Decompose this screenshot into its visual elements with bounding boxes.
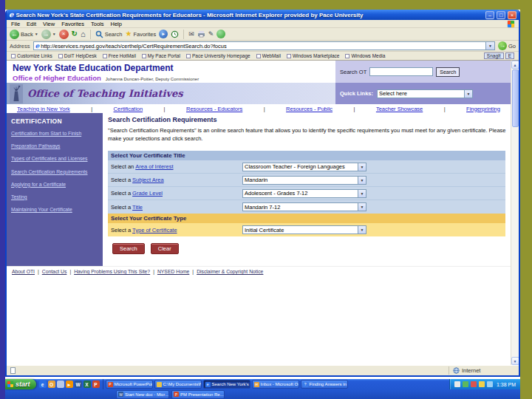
grade-level-select[interactable]: Adolescent - Grades 7-12▼	[242, 189, 366, 198]
nav-certification[interactable]: Certification	[114, 106, 143, 112]
snagit-menu-button[interactable]: E	[505, 52, 514, 59]
area-of-interest-select[interactable]: Classroom Teacher - Foreign Languages▼	[242, 163, 366, 171]
title-bar: e Search New York's State Certification …	[7, 10, 519, 20]
mail-button[interactable]: ✉	[188, 31, 194, 38]
minimize-button[interactable]: –	[485, 11, 494, 19]
address-dropdown-button[interactable]: ▼	[485, 42, 494, 50]
quicklaunch-excel-icon[interactable]: X	[83, 381, 91, 388]
link-windows-marketplace[interactable]: Windows Marketplace	[287, 53, 340, 58]
page-subtitle-row: Office of Higher Education Johanna Dunca…	[13, 74, 335, 82]
media-button[interactable]: ►	[159, 30, 168, 38]
form-label: Select aGrade Level	[111, 190, 242, 197]
link-customize-links[interactable]: Customize Links	[11, 53, 52, 58]
quicklaunch-word-icon[interactable]: W	[75, 381, 82, 388]
menu-help[interactable]: Help	[111, 21, 122, 27]
task-search-new-york[interactable]: eSearch New York's St...	[203, 380, 250, 389]
site-header-titles: New York State Education Department Offi…	[7, 61, 335, 83]
link-windows-media[interactable]: Windows Media	[345, 53, 385, 58]
address-input[interactable]: e ▼	[33, 41, 495, 50]
link-webmail[interactable]: WebMail	[256, 53, 281, 58]
menu-view[interactable]: View	[43, 21, 55, 27]
task-inbox-outlook[interactable]: ✉Inbox - Microsoft Out...	[252, 380, 299, 389]
quicklaunch-internet-explorer-icon[interactable]: e	[39, 381, 47, 388]
sidebar-item-preparation-pathways[interactable]: Preparation Pathways	[11, 143, 99, 149]
volume-icon[interactable]	[454, 381, 460, 387]
updates-icon[interactable]	[487, 381, 493, 387]
task-my-documents[interactable]: C:\My Documents\Na...	[154, 380, 202, 389]
scroll-up-button[interactable]: ▲	[511, 61, 519, 69]
nav-resources-public[interactable]: Resources - Public	[286, 106, 332, 112]
home-button[interactable]: ⌂	[81, 30, 86, 38]
certificate-title-panel: Select Your Certificate Title Select anA…	[108, 151, 505, 214]
maximize-button[interactable]: □	[497, 11, 505, 19]
messenger-button[interactable]	[216, 30, 225, 38]
edit-button[interactable]: ✎	[208, 31, 214, 38]
subject-area-select[interactable]: Mandarin▼	[242, 176, 366, 185]
start-button[interactable]: start	[5, 379, 36, 389]
site-search-input[interactable]	[369, 67, 433, 76]
nav-teaching-in-new-york[interactable]: Teaching in New York	[17, 106, 70, 112]
antivirus-icon[interactable]	[463, 381, 468, 387]
refresh-button[interactable]: ↻	[72, 30, 78, 38]
vertical-scrollbar[interactable]: ▲ ▼	[511, 61, 519, 365]
link-my-pace-portal[interactable]: My Pace Portal	[142, 53, 180, 58]
site-search-area: Search OT Search	[335, 61, 511, 83]
nav-fingerprinting[interactable]: Fingerprinting	[466, 106, 500, 112]
quick-links-select[interactable]: Select here ▼	[377, 89, 473, 98]
scroll-thumb[interactable]	[512, 69, 519, 127]
link-helpdesk[interactable]: DoIT HelpDesk	[58, 53, 97, 58]
menu-file[interactable]: File	[11, 21, 20, 27]
network-icon[interactable]	[479, 381, 485, 387]
quicklaunch-show-desktop-icon[interactable]	[57, 381, 64, 388]
form-search-button[interactable]: Search	[112, 243, 145, 254]
subject-area-link[interactable]: Subject Area	[132, 177, 164, 183]
quicklaunch-media-player-icon[interactable]: ►	[66, 381, 73, 388]
task-presentation[interactable]: PPM Presentation Re...	[171, 390, 225, 399]
task-finding-answers[interactable]: ?Finding Answers in th...	[301, 380, 348, 389]
link-pace-homepage[interactable]: Pace University Homepage	[186, 53, 250, 58]
sidebar-item-search-requirements[interactable]: Search Certification Requirements	[11, 168, 99, 175]
menu-favorites[interactable]: Favorites	[61, 21, 84, 27]
snagit-button[interactable]: SnagIt	[484, 52, 504, 59]
area-of-interest-link[interactable]: Area of Interest	[135, 163, 173, 170]
print-button[interactable]	[197, 30, 205, 38]
back-button[interactable]: ← Back ▼	[10, 30, 38, 39]
sidebar-item-types-of-certificates[interactable]: Types of Certificates and Licenses	[11, 155, 99, 162]
footer-having-problems[interactable]: Having Problems Using This Site?	[74, 269, 150, 274]
certificate-type-select[interactable]: Initial Certificate▼	[242, 225, 366, 234]
footer-contact-us[interactable]: Contact Us	[42, 269, 67, 274]
task-start-new-doc[interactable]: WStart New doc - Micr...	[116, 390, 169, 399]
search-button[interactable]: Search	[95, 30, 123, 38]
chevron-down-icon: ▼	[464, 90, 472, 98]
address-url-field[interactable]	[41, 42, 484, 50]
favorites-button[interactable]: ★ Favorites	[125, 30, 156, 38]
history-button[interactable]	[171, 30, 179, 38]
footer-nysed-home[interactable]: NYSED Home	[157, 269, 189, 274]
task-microsoft-powerpoint[interactable]: PMicrosoft PowerPoint	[106, 380, 153, 389]
quicklaunch-outlook-icon[interactable]: O	[48, 381, 55, 388]
title-link[interactable]: Title	[132, 204, 143, 211]
link-free-hotmail[interactable]: Free HotMail	[103, 53, 136, 58]
sidebar-item-start-to-finish[interactable]: Certification from Start to Finish	[11, 130, 99, 137]
sidebar-item-testing[interactable]: Testing	[11, 194, 99, 200]
nav-resources-educators[interactable]: Resources - Educators	[186, 106, 242, 112]
go-button[interactable]: → Go	[498, 41, 516, 50]
footer-disclaimer[interactable]: Disclaimer & Copyright Notice	[197, 269, 263, 274]
close-button[interactable]: ×	[508, 11, 516, 19]
nav-teacher-showcase[interactable]: Teacher Showcase	[376, 106, 423, 112]
grade-level-link[interactable]: Grade Level	[132, 190, 163, 197]
menu-edit[interactable]: Edit	[27, 21, 36, 27]
footer-about-oti[interactable]: About OTI	[12, 269, 35, 274]
site-search-button[interactable]: Search	[436, 67, 460, 77]
scroll-down-button[interactable]: ▼	[511, 357, 519, 365]
forward-button[interactable]: → ▼	[41, 30, 56, 39]
type-of-certificate-link[interactable]: Type of Certificate	[132, 227, 177, 233]
sidebar-item-applying[interactable]: Applying for a Certificate	[11, 181, 99, 188]
messenger-status-icon[interactable]	[471, 381, 477, 387]
title-select[interactable]: Mandarin 7-12▼	[242, 202, 366, 211]
menu-tools[interactable]: Tools	[91, 21, 104, 27]
stop-button[interactable]: ×	[59, 30, 69, 39]
form-clear-button[interactable]: Clear	[151, 243, 179, 254]
sidebar-item-maintaining[interactable]: Maintaining Your Certificate	[11, 206, 99, 213]
quicklaunch-powerpoint-icon[interactable]: P	[92, 381, 100, 388]
